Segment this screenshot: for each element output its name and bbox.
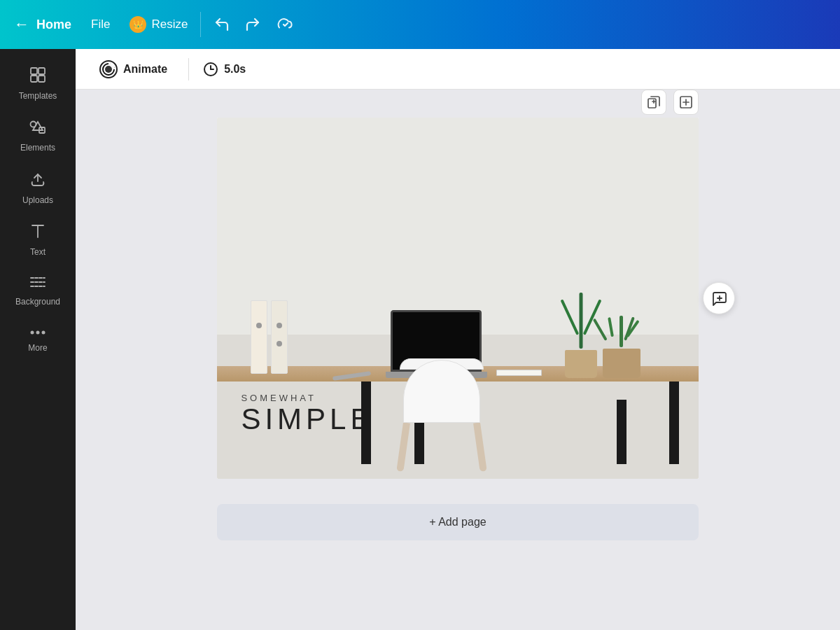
add-page-button[interactable]: + Add page: [217, 504, 699, 540]
more-label: More: [28, 343, 47, 353]
resize-button[interactable]: 👑 Resize: [130, 16, 188, 33]
sidebar-item-uploads[interactable]: Uploads: [0, 160, 76, 212]
sidebar-item-elements[interactable]: Elements: [0, 108, 76, 160]
svg-rect-2: [31, 76, 37, 82]
svg-rect-1: [38, 68, 45, 74]
back-arrow-icon: ←: [14, 15, 29, 34]
templates-label: Templates: [19, 91, 57, 101]
canvas-text-simple: SIMPLE: [241, 403, 374, 435]
sidebar-item-templates[interactable]: Templates: [0, 56, 76, 108]
topbar: ← Home File 👑 Resize: [0, 0, 840, 49]
add-page-label: + Add page: [429, 516, 486, 528]
binder-1: [251, 300, 267, 374]
desk-leg-left-outer: [361, 382, 371, 465]
duration-button[interactable]: 5.0s: [203, 62, 246, 77]
canvas-scroll[interactable]: SOMEWHAT SIMPLE + Add page: [76, 90, 840, 630]
svg-rect-19: [648, 99, 656, 108]
svg-rect-0: [31, 68, 37, 74]
redo-button[interactable]: [244, 16, 261, 33]
add-page-above-button[interactable]: [673, 90, 699, 115]
canvas-text-overlay: SOMEWHAT SIMPLE: [241, 393, 374, 435]
background-icon: [29, 274, 47, 293]
crown-icon: 👑: [130, 16, 146, 33]
home-label: Home: [36, 18, 71, 32]
canvas-text-somewhat: SOMEWHAT: [241, 393, 374, 403]
svg-point-13: [42, 330, 46, 334]
sidebar: Templates Elements: [0, 49, 76, 630]
cloud-save-button[interactable]: [275, 16, 295, 33]
main-layout: Templates Elements: [0, 49, 840, 630]
resize-label: Resize: [151, 18, 188, 31]
elements-icon: [29, 118, 47, 139]
svg-point-11: [31, 330, 34, 334]
undo-button[interactable]: [214, 16, 230, 33]
chair-group: [400, 358, 484, 472]
sidebar-item-background[interactable]: Background: [0, 265, 76, 314]
duplicate-page-button[interactable]: [641, 90, 666, 115]
background-label: Background: [15, 297, 60, 307]
canvas-image: SOMEWHAT SIMPLE: [217, 118, 699, 479]
animate-label: Animate: [123, 63, 167, 76]
duration-label: 5.0s: [224, 63, 246, 76]
svg-rect-3: [38, 76, 45, 82]
uploads-label: Uploads: [22, 195, 53, 205]
svg-point-4: [31, 122, 36, 127]
more-icon: [29, 323, 47, 339]
elements-label: Elements: [20, 143, 55, 153]
svg-point-15: [106, 66, 111, 72]
editor-toolbar: Animate 5.0s: [76, 49, 840, 90]
sidebar-item-more[interactable]: More: [0, 314, 76, 360]
design-canvas[interactable]: SOMEWHAT SIMPLE: [217, 118, 699, 479]
uploads-icon: [29, 170, 47, 191]
page-actions: [641, 90, 699, 115]
text-icon: [29, 222, 46, 243]
binder-2: [271, 300, 288, 374]
plants-group: [565, 349, 640, 378]
svg-point-12: [36, 330, 40, 334]
file-menu[interactable]: File: [91, 18, 110, 31]
notebook: [496, 370, 542, 376]
ai-comment-button[interactable]: [703, 282, 735, 314]
sidebar-item-text[interactable]: Text: [0, 212, 76, 264]
desk-leg-right-inner: [617, 400, 626, 465]
home-button[interactable]: ← Home: [14, 15, 71, 34]
binders-group: [251, 300, 288, 374]
text-label: Text: [30, 247, 46, 257]
toolbar-divider: [188, 58, 189, 80]
animate-icon: [99, 60, 118, 78]
page-container: SOMEWHAT SIMPLE: [217, 118, 699, 479]
topbar-divider: [200, 12, 201, 37]
animate-button[interactable]: Animate: [92, 56, 174, 83]
canvas-area: Animate 5.0s: [76, 49, 840, 630]
templates-icon: [29, 66, 47, 87]
desk-leg-right-outer: [669, 382, 679, 465]
plant-pot-1: [565, 350, 597, 378]
plant-pot-2: [603, 349, 640, 378]
